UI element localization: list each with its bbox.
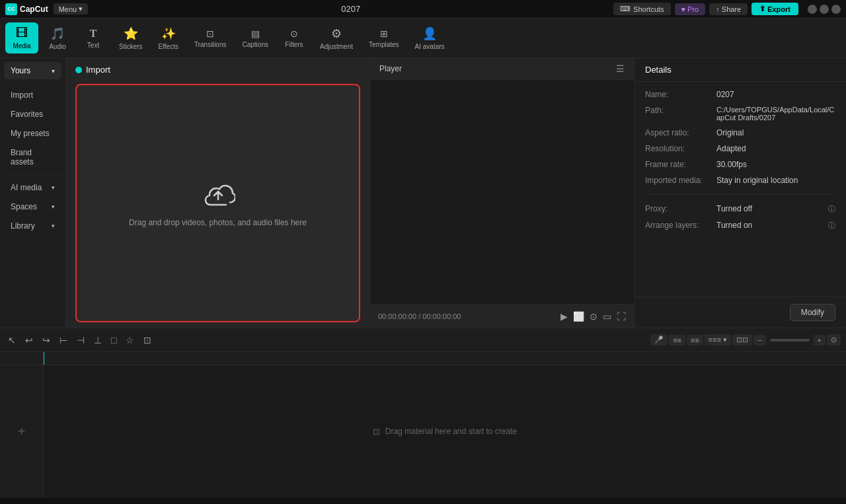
framerate-value: 30.00fps (716, 160, 835, 169)
tool-templates[interactable]: ⊞ Templates (362, 24, 406, 52)
timeline-empty-text: Drag material here and start to create (385, 427, 517, 436)
keyframe-button[interactable]: ☆ (123, 334, 137, 347)
tool-ai-avatars[interactable]: 👤 AI avatars (408, 22, 451, 54)
zoom-out-button[interactable]: − (753, 335, 765, 345)
modify-button[interactable]: Modify (790, 304, 835, 321)
tool-effects[interactable]: ✨ Effects (152, 22, 185, 54)
proxy-info-icon[interactable]: ⓘ (828, 204, 835, 214)
tool-filters[interactable]: ⊙ Filters (278, 24, 311, 52)
main-area: Yours ▾ Import Favorites My presets Bran… (0, 58, 846, 328)
top-center: 0207 (93, 4, 608, 14)
sidebar-item-favorites[interactable]: Favorites (4, 105, 61, 124)
timeline-toolbar: ↖ ↩ ↪ ⊢ ⊣ ⊥ □ ☆ ⊡ 🎤 ≡≡ ≡≡ ≡≡≡ ▾ ⊡⊡ − + ⊙ (0, 328, 846, 352)
logo: CC CapCut (5, 3, 48, 15)
library-arrow: ▾ (52, 223, 55, 229)
ai-media-label: AI media (11, 183, 42, 192)
tool-captions[interactable]: ▤ Captions (236, 24, 275, 52)
beat-button[interactable]: ≡≡ (669, 335, 685, 345)
motion-tool[interactable]: ⊡ (141, 334, 154, 347)
detail-resolution: Resolution: Adapted (645, 144, 835, 153)
toolbar: 🎞 Media 🎵 Audio T Text ⭐ Stickers ✨ Effe… (0, 18, 846, 58)
import-dot (75, 67, 82, 73)
transitions-label: Transitions (194, 41, 227, 48)
zoom-in-button[interactable]: + (814, 335, 826, 345)
player-panel: Player ☰ 00:00:00:00 / 00:00:00:00 ▶ ⬜ ⊙… (370, 58, 634, 328)
menu-arrow: ▾ (79, 5, 83, 13)
templates-label: Templates (369, 41, 399, 48)
select-tool[interactable]: ↖ (5, 334, 19, 347)
crop-button[interactable]: ⊙ (590, 311, 597, 322)
details-body: Name: 0207 Path: C:/Users/TOPGUS/AppData… (634, 82, 846, 297)
import-drop-area[interactable]: Drag and drop videos, photos, and audio … (75, 84, 360, 322)
trim-end-button[interactable]: ⊥ (91, 334, 104, 347)
aspect-value: Original (716, 128, 835, 137)
timeline-tracks: ⊡ Drag material here and start to create (44, 365, 846, 497)
maximize-button[interactable] (820, 5, 829, 14)
resolution-label: Resolution: (645, 144, 711, 153)
ai-avatars-icon: 👤 (422, 26, 437, 41)
split-button[interactable]: ⊢ (57, 334, 70, 347)
undo-button[interactable]: ↩ (22, 334, 36, 347)
spaces-label: Spaces (11, 202, 37, 211)
menu-button[interactable]: Menu ▾ (54, 3, 89, 15)
timeline-main: + ⊡ Drag material here and start to crea… (0, 352, 846, 497)
detail-framerate: Frame rate: 30.00fps (645, 160, 835, 169)
sidebar-item-import[interactable]: Import (4, 86, 61, 104)
arrange-layers-info-icon[interactable]: ⓘ (828, 221, 835, 231)
detail-aspect: Aspect ratio: Original (645, 128, 835, 137)
snap-button[interactable]: ≡≡ (687, 335, 703, 345)
left-sidebar: Yours ▾ Import Favorites My presets Bran… (0, 58, 66, 328)
sidebar-item-brand-assets[interactable]: Brand assets (4, 143, 61, 171)
sidebar-item-ai-media[interactable]: AI media ▾ (4, 178, 61, 197)
chevron-down-icon: ▾ (52, 67, 55, 75)
tool-media[interactable]: 🎞 Media (5, 22, 38, 54)
redo-button[interactable]: ↪ (40, 334, 53, 347)
export-label: Export (767, 5, 790, 13)
minimize-button[interactable] (808, 5, 817, 14)
ai-avatars-label: AI avatars (415, 43, 445, 50)
player-time: 00:00:00:00 / 00:00:00:00 (378, 312, 461, 320)
sidebar-item-library[interactable]: Library ▾ (4, 217, 61, 235)
close-button[interactable] (831, 5, 841, 14)
screen-button[interactable]: ⬜ (573, 311, 584, 322)
window-controls (808, 5, 841, 14)
tool-transitions[interactable]: ⊡ Transitions (188, 24, 233, 52)
share-button[interactable]: ↑ Share (709, 3, 748, 15)
timeline-content: + ⊡ Drag material here and start to crea… (0, 352, 846, 497)
shortcuts-button[interactable]: ⌨ Shortcuts (613, 3, 670, 15)
crop-tool[interactable]: □ (108, 334, 119, 347)
sidebar-item-my-presets[interactable]: My presets (4, 124, 61, 143)
fullscreen-button[interactable]: ⛶ (617, 311, 626, 322)
export-button[interactable]: ⬆ Export (751, 3, 798, 15)
import-drag-text: Drag and drop videos, photos, and audio … (129, 218, 307, 227)
spaces-arrow: ▾ (52, 203, 55, 210)
detail-imported-media: Imported media: Stay in original locatio… (645, 176, 835, 185)
player-menu-icon[interactable]: ☰ (616, 63, 625, 74)
cloud-upload-icon (201, 180, 235, 210)
add-track-icon[interactable]: + (0, 365, 43, 497)
name-label: Name: (645, 90, 711, 99)
mic-button[interactable]: 🎤 (650, 334, 668, 345)
sidebar-dropdown[interactable]: Yours ▾ (4, 62, 61, 79)
timeline-scrollbar[interactable] (0, 497, 846, 504)
layout-button[interactable]: ▭ (603, 311, 611, 322)
effects-icon: ✨ (161, 26, 176, 41)
proxy-value: Turned off (716, 204, 823, 213)
stickers-label: Stickers (119, 43, 143, 50)
trim-start-button[interactable]: ⊣ (74, 334, 87, 347)
media-panel: Import Drag and drop videos, photos, and… (66, 58, 370, 328)
tool-adjustment[interactable]: ⚙ Adjustment (313, 22, 360, 54)
split-audio-button[interactable]: ⊡⊡ (732, 334, 752, 345)
export-icon: ⬆ (759, 5, 765, 13)
play-button[interactable]: ▶ (560, 311, 568, 322)
media-icon: 🎞 (16, 26, 28, 40)
track-button[interactable]: ≡≡≡ ▾ (705, 334, 731, 345)
tool-text[interactable]: T Text (77, 24, 110, 53)
timeline-gutter: + (0, 352, 44, 497)
pro-button[interactable]: ♥ Pro (675, 3, 706, 15)
tool-stickers[interactable]: ⭐ Stickers (112, 22, 149, 54)
fit-button[interactable]: ⊙ (827, 334, 841, 345)
shortcuts-label: Shortcuts (633, 5, 664, 13)
tool-audio[interactable]: 🎵 Audio (41, 22, 74, 54)
sidebar-item-spaces[interactable]: Spaces ▾ (4, 198, 61, 216)
